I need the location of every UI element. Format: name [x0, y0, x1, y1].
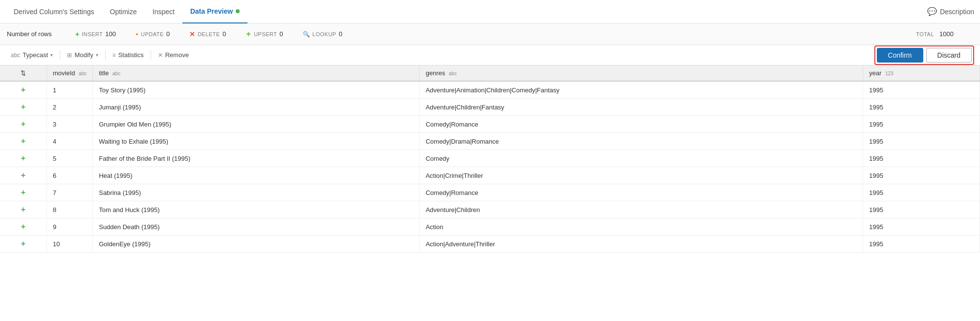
delete-icon: ✕ — [189, 30, 195, 38]
remove-button[interactable]: ✕ Remove — [153, 49, 194, 61]
col-header-year[interactable]: year 123 — [863, 65, 980, 81]
cell-year: 1995 — [863, 133, 980, 150]
table-row: +3Grumpier Old Men (1995)Comedy|Romance1… — [0, 116, 980, 133]
lookup-icon: 🔍 — [303, 31, 310, 38]
table-header-row: ⇅ movieId abc title abc genres abc year … — [0, 65, 980, 81]
cell-genres: Comedy|Romance — [420, 116, 863, 133]
comment-icon: 💬 — [927, 7, 937, 16]
stat-lookup: 🔍 LOOKUP 0 — [303, 30, 342, 38]
statistics-icon: ≡ — [112, 52, 116, 59]
cell-genres: Comedy — [420, 150, 863, 167]
modify-icon: ⊞ — [67, 52, 72, 59]
cell-year: 1995 — [863, 201, 980, 218]
top-nav: Derived Column's Settings Optimize Inspe… — [0, 0, 980, 23]
cell-title: Father of the Bride Part II (1995) — [93, 150, 420, 167]
modify-caret-icon: ▾ — [96, 52, 98, 58]
row-add-button[interactable]: + — [0, 218, 46, 235]
upsert-icon: ✦ — [245, 30, 251, 38]
cell-genres: Adventure|Children — [420, 201, 863, 218]
col-header-genres[interactable]: genres abc — [420, 65, 863, 81]
nav-derived-settings[interactable]: Derived Column's Settings — [6, 0, 102, 23]
nav-inspect[interactable]: Inspect — [145, 0, 182, 23]
row-add-button[interactable]: + — [0, 201, 46, 218]
typecast-button[interactable]: abc Typecast ▾ — [6, 49, 58, 61]
cell-genres: Comedy|Drama|Romance — [420, 133, 863, 150]
row-add-button[interactable]: + — [0, 235, 46, 253]
separator-3 — [151, 50, 151, 60]
cell-genres: Adventure|Children|Fantasy — [420, 99, 863, 116]
confirm-discard-wrapper: Confirm Discard — [874, 45, 974, 65]
col-header-movieid[interactable]: movieId abc — [46, 65, 92, 81]
cell-movieid: 4 — [46, 133, 92, 150]
typecast-icon: abc — [11, 52, 20, 59]
data-table: ⇅ movieId abc title abc genres abc year … — [0, 65, 980, 253]
cell-title: Grumpier Old Men (1995) — [93, 116, 420, 133]
stat-upsert: ✦ UPSERT 0 — [245, 30, 283, 38]
row-add-button[interactable]: + — [0, 184, 46, 201]
cell-genres: Adventure|Animation|Children|Comedy|Fant… — [420, 81, 863, 99]
nav-data-preview[interactable]: Data Preview — [182, 0, 247, 23]
cell-movieid: 5 — [46, 150, 92, 167]
stat-update: ● UPDATE 0 — [135, 30, 170, 38]
statistics-button[interactable]: ≡ Statistics — [108, 49, 149, 61]
cell-year: 1995 — [863, 184, 980, 201]
modify-button[interactable]: ⊞ Modify ▾ — [62, 49, 103, 61]
update-icon: ● — [135, 31, 138, 37]
cell-title: Tom and Huck (1995) — [93, 201, 420, 218]
col-header-title[interactable]: title abc — [93, 65, 420, 81]
separator-2 — [105, 50, 106, 60]
cell-genres: Action|Adventure|Thriller — [420, 235, 863, 253]
cell-year: 1995 — [863, 150, 980, 167]
description-label[interactable]: Description — [940, 8, 974, 16]
stat-total: TOTAL 1000 — [916, 30, 954, 38]
row-add-button[interactable]: + — [0, 116, 46, 133]
table-row: +1Toy Story (1995)Adventure|Animation|Ch… — [0, 81, 980, 99]
table-row: +6Heat (1995)Action|Crime|Thriller1995 — [0, 167, 980, 184]
separator-1 — [60, 50, 60, 60]
cell-movieid: 9 — [46, 218, 92, 235]
cell-title: Toy Story (1995) — [93, 81, 420, 99]
table-row: +2Jumanji (1995)Adventure|Children|Fanta… — [0, 99, 980, 116]
cell-title: Jumanji (1995) — [93, 99, 420, 116]
table-row: +8Tom and Huck (1995)Adventure|Children1… — [0, 201, 980, 218]
cell-movieid: 1 — [46, 81, 92, 99]
table-row: +4Waiting to Exhale (1995)Comedy|Drama|R… — [0, 133, 980, 150]
cell-movieid: 2 — [46, 99, 92, 116]
row-add-button[interactable]: + — [0, 133, 46, 150]
cell-movieid: 8 — [46, 201, 92, 218]
discard-button[interactable]: Discard — [926, 48, 972, 63]
stats-row: Number of rows + INSERT 100 ● UPDATE 0 ✕… — [0, 23, 980, 45]
stat-insert: + INSERT 100 — [75, 30, 116, 38]
row-add-button[interactable]: + — [0, 81, 46, 99]
cell-title: Sudden Death (1995) — [93, 218, 420, 235]
row-add-button[interactable]: + — [0, 99, 46, 116]
typecast-caret-icon: ▾ — [50, 52, 53, 58]
cell-year: 1995 — [863, 81, 980, 99]
cell-title: GoldenEye (1995) — [93, 235, 420, 253]
cell-genres: Action — [420, 218, 863, 235]
cell-year: 1995 — [863, 235, 980, 253]
cell-year: 1995 — [863, 218, 980, 235]
cell-genres: Comedy|Romance — [420, 184, 863, 201]
stats-label: Number of rows — [7, 30, 75, 38]
cell-movieid: 3 — [46, 116, 92, 133]
cell-genres: Action|Crime|Thriller — [420, 167, 863, 184]
row-add-button[interactable]: + — [0, 167, 46, 184]
row-add-button[interactable]: + — [0, 150, 46, 167]
cell-movieid: 7 — [46, 184, 92, 201]
cell-year: 1995 — [863, 167, 980, 184]
table-row: +10GoldenEye (1995)Action|Adventure|Thri… — [0, 235, 980, 253]
cell-year: 1995 — [863, 116, 980, 133]
confirm-button[interactable]: Confirm — [877, 48, 923, 63]
nav-right: 💬 Description — [927, 7, 974, 16]
table-row: +5Father of the Bride Part II (1995)Come… — [0, 150, 980, 167]
cell-title: Heat (1995) — [93, 167, 420, 184]
col-header-sort[interactable]: ⇅ — [0, 65, 46, 81]
cell-movieid: 10 — [46, 235, 92, 253]
nav-optimize[interactable]: Optimize — [102, 0, 145, 23]
cell-title: Sabrina (1995) — [93, 184, 420, 201]
cell-movieid: 6 — [46, 167, 92, 184]
table-row: +9Sudden Death (1995)Action1995 — [0, 218, 980, 235]
insert-icon: + — [75, 30, 79, 38]
remove-icon: ✕ — [158, 52, 163, 59]
